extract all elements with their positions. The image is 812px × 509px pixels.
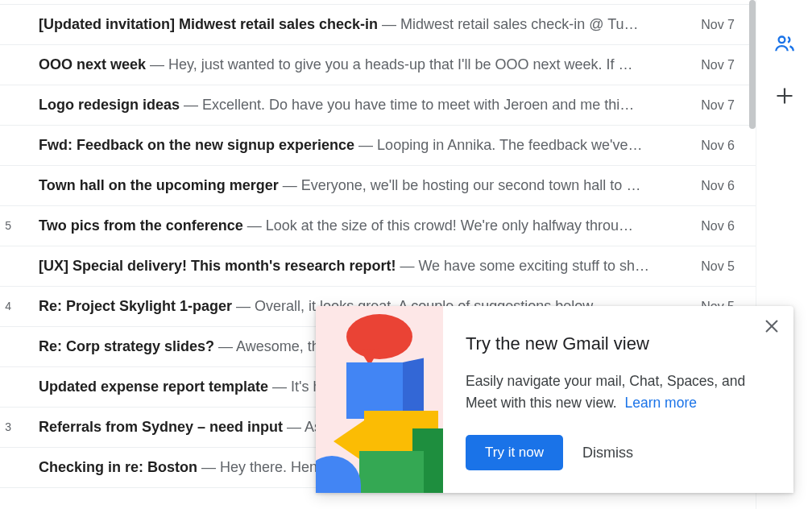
email-subject: Logo redesign ideas [39, 97, 180, 113]
popup-title: Try the new Gmail view [466, 333, 771, 354]
email-text: Fwd: Feedback on the new signup experien… [39, 137, 701, 155]
email-subject: Checking in re: Boston [39, 459, 197, 475]
add-icon[interactable] [774, 85, 795, 110]
learn-more-link[interactable]: Learn more [624, 395, 697, 411]
subject-separator: — [283, 419, 304, 435]
email-subject: Referrals from Sydney – need input [39, 419, 283, 435]
email-text: Town hall on the upcoming merger — Every… [39, 177, 701, 195]
subject-separator: — [396, 258, 418, 274]
email-snippet: Excellent. Do have you have time to meet… [202, 97, 634, 113]
email-subject: [UX] Special delivery! This month's rese… [39, 258, 396, 274]
subject-separator: — [354, 137, 377, 153]
email-date: Nov 6 [701, 138, 735, 153]
email-row[interactable]: 5Two pics from the conference — Look at … [0, 206, 756, 246]
email-snippet: Everyone, we'll be hosting our second to… [301, 177, 641, 193]
email-snippet: Hey, just wanted to give you a heads-up … [168, 56, 632, 72]
email-subject: Town hall on the upcoming merger [39, 177, 279, 193]
email-text: Logo redesign ideas — Excellent. Do have… [39, 97, 701, 114]
email-row[interactable]: Town hall on the upcoming merger — Every… [0, 166, 756, 206]
email-subject: OOO next week [39, 56, 146, 72]
email-text: [UX] Special delivery! This month's rese… [39, 258, 701, 275]
email-snippet: We have some exciting stuff to sh… [418, 258, 648, 274]
email-date: Nov 6 [701, 178, 735, 193]
email-subject: Re: Project Skylight 1-pager [39, 298, 232, 314]
email-row[interactable]: Logo redesign ideas — Excellent. Do have… [0, 85, 756, 126]
scrollbar-thumb[interactable] [749, 0, 756, 129]
email-text: OOO next week — Hey, just wanted to give… [39, 56, 701, 74]
subject-separator: — [197, 459, 220, 475]
email-subject: Fwd: Feedback on the new signup experien… [39, 137, 354, 153]
email-date: Nov 7 [701, 97, 735, 113]
email-text: Two pics from the conference — Look at t… [39, 217, 701, 235]
subject-separator: — [146, 56, 168, 72]
email-text: [Updated invitation] Midwest retail sale… [39, 16, 701, 34]
thread-count-badge: 3 [0, 420, 11, 434]
new-gmail-view-popup: Try the new Gmail view Easily navigate y… [316, 306, 793, 493]
dismiss-button[interactable]: Dismiss [582, 445, 633, 461]
email-snippet: Looping in Annika. The feedback we've… [377, 137, 642, 153]
popup-illustration [316, 306, 443, 493]
email-date: Nov 6 [701, 218, 735, 234]
try-it-now-button[interactable]: Try it now [466, 435, 563, 470]
popup-description: Easily navigate your mail, Chat, Spaces,… [466, 370, 771, 414]
subject-separator: — [268, 379, 291, 395]
subject-separator: — [279, 177, 301, 193]
popup-description-text: Easily navigate your mail, Chat, Spaces,… [466, 373, 745, 411]
email-date: Nov 5 [701, 259, 735, 274]
thread-count-badge: 5 [0, 219, 11, 233]
thread-count-badge: 4 [0, 300, 11, 313]
email-subject: [Updated invitation] Midwest retail sale… [39, 16, 378, 32]
email-snippet: Look at the size of this crowd! We're on… [266, 217, 633, 234]
email-date: Nov 7 [701, 17, 735, 32]
subject-separator: — [232, 298, 255, 314]
subject-separator: — [378, 16, 400, 32]
close-icon[interactable] [763, 317, 781, 338]
email-row[interactable]: [Updated invitation] Midwest retail sale… [0, 5, 756, 45]
email-subject: Updated expense report template [39, 379, 268, 395]
subject-separator: — [243, 217, 266, 234]
subject-separator: — [214, 338, 236, 354]
email-row[interactable]: [UX] Special delivery! This month's rese… [0, 246, 756, 287]
svg-point-0 [778, 36, 785, 43]
email-row[interactable]: Fwd: Feedback on the new signup experien… [0, 126, 756, 166]
email-date: Nov 7 [701, 57, 735, 72]
email-subject: Re: Corp strategy slides? [39, 338, 214, 354]
email-row[interactable]: OOO next week — Hey, just wanted to give… [0, 45, 756, 85]
email-snippet: Midwest retail sales check-in @ Tu… [400, 16, 638, 32]
contacts-icon[interactable] [773, 32, 796, 58]
email-subject: Two pics from the conference [39, 217, 243, 234]
subject-separator: — [180, 97, 202, 113]
